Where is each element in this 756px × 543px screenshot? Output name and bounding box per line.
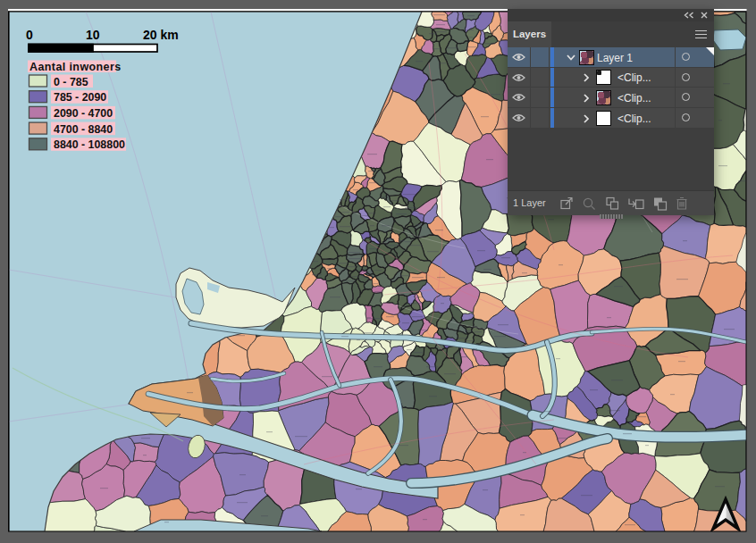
svg-text:Aantal inwoners: Aantal inwoners: [29, 61, 122, 73]
svg-text:20 km: 20 km: [143, 28, 179, 42]
svg-text:4700 - 8840: 4700 - 8840: [54, 123, 113, 136]
svg-text:2090 - 4700: 2090 - 4700: [54, 107, 113, 120]
svg-text:785 - 2090: 785 - 2090: [54, 91, 106, 104]
svg-text:10: 10: [86, 28, 100, 42]
svg-text:8840 - 108800: 8840 - 108800: [54, 138, 125, 151]
svg-text:0: 0: [26, 28, 33, 42]
svg-text:0 - 785: 0 - 785: [54, 76, 88, 88]
